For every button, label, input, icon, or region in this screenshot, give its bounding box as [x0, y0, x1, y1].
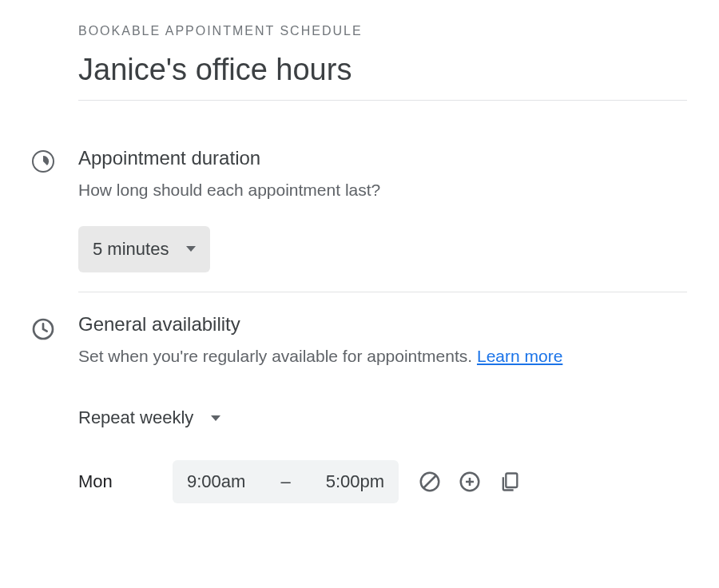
duration-dropdown[interactable]: 5 minutes — [78, 226, 210, 272]
svg-rect-6 — [506, 474, 517, 488]
chevron-down-icon — [211, 415, 220, 421]
start-time[interactable]: 9:00am — [187, 471, 245, 492]
schedule-label: BOOKABLE APPOINTMENT SCHEDULE — [78, 24, 687, 38]
duration-title: Appointment duration — [78, 147, 687, 169]
time-range[interactable]: 9:00am – 5:00pm — [173, 460, 399, 503]
availability-title: General availability — [78, 313, 687, 336]
copy-icon[interactable] — [498, 470, 522, 494]
unavailable-icon[interactable] — [418, 470, 442, 494]
add-icon[interactable] — [458, 470, 482, 494]
schedule-title[interactable]: Janice's office hours — [78, 53, 687, 101]
time-dash: – — [280, 471, 290, 492]
clock-icon — [30, 316, 56, 342]
chevron-down-icon — [186, 246, 196, 252]
duration-icon — [32, 150, 54, 173]
svg-line-2 — [423, 475, 436, 488]
day-label: Mon — [78, 471, 173, 492]
duration-subtitle: How long should each appointment last? — [78, 177, 687, 204]
availability-row: Mon 9:00am – 5:00pm — [78, 460, 687, 503]
repeat-value: Repeat weekly — [78, 407, 193, 428]
repeat-dropdown[interactable]: Repeat weekly — [78, 407, 220, 428]
learn-more-link[interactable]: Learn more — [477, 347, 562, 365]
duration-value: 5 minutes — [93, 239, 169, 260]
availability-subtitle: Set when you're regularly available for … — [78, 344, 687, 370]
end-time[interactable]: 5:00pm — [326, 471, 384, 492]
